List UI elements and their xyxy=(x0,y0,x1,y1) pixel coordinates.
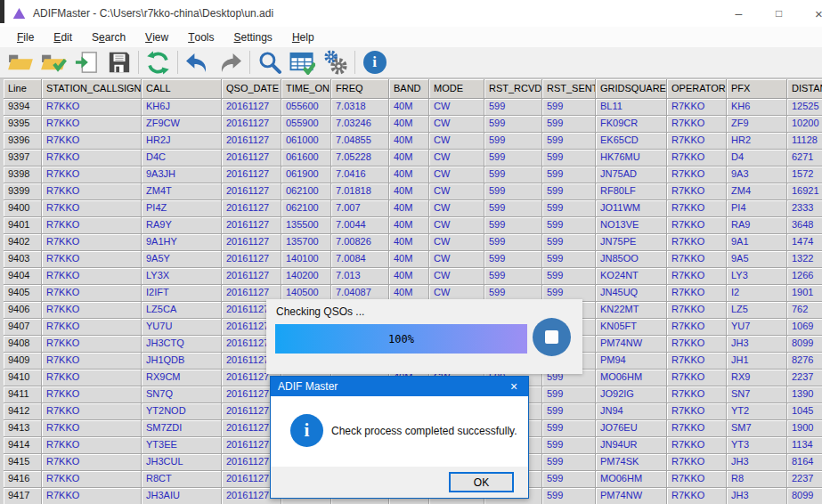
grid-cell[interactable]: 9409 xyxy=(4,353,42,370)
grid-cell[interactable]: 140200 xyxy=(281,268,331,285)
grid-cell[interactable]: CW xyxy=(429,217,484,234)
grid-cell[interactable]: 9406 xyxy=(4,302,42,319)
stop-button[interactable] xyxy=(533,318,571,356)
grid-cell[interactable]: R7KKO xyxy=(667,183,727,200)
grid-cell[interactable]: 599 xyxy=(484,183,542,200)
grid-cell[interactable]: 599 xyxy=(542,183,596,200)
menu-edit[interactable]: Edit xyxy=(44,27,82,47)
grid-cell[interactable]: 9417 xyxy=(4,488,42,504)
grid-cell[interactable]: R7KKO xyxy=(667,454,727,471)
grid-cell[interactable]: R7KKO xyxy=(42,336,142,353)
grid-cell[interactable]: 1045 xyxy=(787,403,822,420)
grid-cell[interactable]: R7KKO xyxy=(42,471,142,488)
grid-cell[interactable]: R7KKO xyxy=(42,133,142,150)
settings-button[interactable] xyxy=(319,48,352,77)
grid-cell[interactable]: PI4Z xyxy=(142,200,222,217)
grid-cell[interactable]: CW xyxy=(429,234,484,251)
grid-cell[interactable]: 599 xyxy=(542,268,596,285)
grid-cell[interactable]: 3648 xyxy=(787,217,822,234)
refresh-button[interactable] xyxy=(142,48,175,77)
grid-cell[interactable]: 599 xyxy=(542,488,596,504)
grid-cell[interactable]: PM74NW xyxy=(596,488,667,504)
grid-cell[interactable]: R7KKO xyxy=(667,336,727,353)
grid-cell[interactable]: 599 xyxy=(484,217,542,234)
grid-cell[interactable]: R7KKO xyxy=(42,217,142,234)
grid-cell[interactable]: ZF9 xyxy=(727,116,787,133)
grid-cell[interactable]: 7.0084 xyxy=(331,251,389,268)
grid-cell[interactable]: SN7Q xyxy=(142,386,222,403)
grid-cell[interactable]: JH3CUL xyxy=(142,454,222,471)
grid-cell[interactable]: 20161127 xyxy=(222,133,281,150)
grid-cell[interactable]: ZF9CW xyxy=(142,116,222,133)
grid-cell[interactable]: R7KKO xyxy=(42,116,142,133)
column-header-distance[interactable]: DISTANCE xyxy=(787,79,822,99)
grid-cell[interactable]: R7KKO xyxy=(42,319,142,336)
grid-cell[interactable]: 20161127 xyxy=(222,251,281,268)
grid-cell[interactable]: KN22MT xyxy=(596,302,667,319)
grid-cell[interactable]: 9394 xyxy=(4,99,42,116)
grid-cell[interactable]: 9A3 xyxy=(727,167,787,183)
grid-cell[interactable]: JH1QDB xyxy=(142,353,222,370)
grid-cell[interactable]: 8164 xyxy=(787,454,822,471)
grid-cell[interactable]: 1266 xyxy=(787,268,822,285)
grid-cell[interactable]: 9398 xyxy=(4,167,42,183)
grid-cell[interactable]: 9A1HY xyxy=(142,234,222,251)
menu-help[interactable]: Help xyxy=(282,27,324,47)
grid-cell[interactable]: 599 xyxy=(542,234,596,251)
column-header-gridsquare[interactable]: GRIDSQUARE xyxy=(596,79,667,99)
grid-cell[interactable]: KN05FT xyxy=(596,319,667,336)
grid-cell[interactable]: R7KKO xyxy=(42,437,142,454)
grid-cell[interactable]: JN85OO xyxy=(596,251,667,268)
ok-button[interactable]: OK xyxy=(449,472,514,492)
grid-cell[interactable]: JO92IG xyxy=(596,386,667,403)
column-header-qso_date[interactable]: QSO_DATE xyxy=(222,79,281,99)
grid-cell[interactable]: 062100 xyxy=(281,183,331,200)
grid-cell[interactable]: 061600 xyxy=(281,150,331,167)
grid-cell[interactable]: 9400 xyxy=(4,200,42,217)
grid-cell[interactable]: 8099 xyxy=(787,336,822,353)
grid-cell[interactable]: JH3AIU xyxy=(142,488,222,504)
grid-cell[interactable]: JH3 xyxy=(727,454,787,471)
grid-cell[interactable]: R7KKO xyxy=(42,403,142,420)
grid-cell[interactable]: EK65CD xyxy=(596,133,667,150)
grid-cell[interactable]: 40M xyxy=(389,116,429,133)
grid-cell[interactable]: CW xyxy=(429,99,484,116)
menu-search[interactable]: Search xyxy=(82,27,135,47)
grid-cell[interactable]: 9402 xyxy=(4,234,42,251)
grid-cell[interactable]: 1322 xyxy=(787,251,822,268)
maximize-button[interactable]: □ xyxy=(759,0,799,27)
grid-cell[interactable]: 055900 xyxy=(281,116,331,133)
grid-cell[interactable]: 1134 xyxy=(787,437,822,454)
grid-cell[interactable]: JH3 xyxy=(727,336,787,353)
menu-tools[interactable]: Tools xyxy=(178,27,224,47)
grid-cell[interactable]: 2237 xyxy=(787,370,822,386)
grid-cell[interactable]: 599 xyxy=(484,133,542,150)
grid-cell[interactable]: R7KKO xyxy=(42,302,142,319)
grid-cell[interactable]: 1572 xyxy=(787,167,822,183)
grid-cell[interactable]: 599 xyxy=(484,268,542,285)
save-button[interactable] xyxy=(102,48,135,77)
grid-cell[interactable]: 7.03246 xyxy=(331,116,389,133)
grid-cell[interactable]: ZM4T xyxy=(142,183,222,200)
grid-cell[interactable]: SM7 xyxy=(727,420,787,437)
grid-cell[interactable]: 9408 xyxy=(4,336,42,353)
grid-cell[interactable]: LY3X xyxy=(142,268,222,285)
grid-cell[interactable]: 599 xyxy=(542,150,596,167)
redo-button[interactable] xyxy=(214,48,247,77)
grid-cell[interactable]: R7KKO xyxy=(667,386,727,403)
grid-cell[interactable]: 7.01818 xyxy=(331,183,389,200)
grid-cell[interactable]: 6271 xyxy=(787,150,822,167)
close-button[interactable]: × xyxy=(799,0,822,27)
grid-cell[interactable]: R8 xyxy=(727,471,787,488)
grid-cell[interactable]: R7KKO xyxy=(42,454,142,471)
grid-cell[interactable]: R7KKO xyxy=(667,420,727,437)
grid-cell[interactable]: 599 xyxy=(484,234,542,251)
grid-cell[interactable]: R7KKO xyxy=(667,268,727,285)
grid-cell[interactable]: JN45UQ xyxy=(596,285,667,302)
grid-cell[interactable]: JO11WM xyxy=(596,200,667,217)
grid-cell[interactable]: 16921 xyxy=(787,183,822,200)
grid-cell[interactable]: KH6 xyxy=(727,99,787,116)
grid-cell[interactable]: JN94UR xyxy=(596,437,667,454)
column-header-operator[interactable]: OPERATOR xyxy=(667,79,727,99)
grid-cell[interactable]: RX9CM xyxy=(142,370,222,386)
